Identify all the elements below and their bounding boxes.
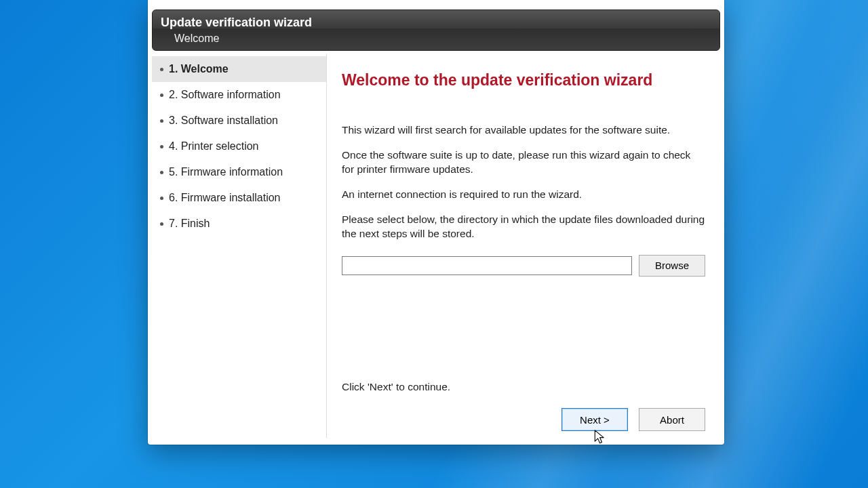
download-directory-row: Browse xyxy=(342,255,705,277)
continue-hint: Click 'Next' to continue. xyxy=(342,380,705,394)
wizard-footer: Next > Abort xyxy=(342,408,705,431)
browse-button[interactable]: Browse xyxy=(639,255,705,277)
step-4-printer-selection[interactable]: 4. Printer selection xyxy=(152,134,326,159)
wizard-body: 1. Welcome 2. Software information 3. So… xyxy=(152,54,720,438)
bullet-icon xyxy=(160,171,163,174)
bullet-icon xyxy=(160,68,163,71)
intro-paragraph-1: This wizard will first search for availa… xyxy=(342,123,705,138)
step-7-finish[interactable]: 7. Finish xyxy=(152,211,326,237)
download-directory-input[interactable] xyxy=(342,256,632,275)
step-label: 3. Software installation xyxy=(169,115,278,127)
step-2-software-information[interactable]: 2. Software information xyxy=(152,82,326,108)
wizard-subtitle: Welcome xyxy=(159,33,713,45)
bullet-icon xyxy=(160,197,163,200)
bullet-icon xyxy=(160,94,163,97)
window-top-strip xyxy=(152,4,720,9)
step-label: 2. Software information xyxy=(169,89,281,101)
wizard-titlebar: Update verification wizard Welcome xyxy=(152,9,720,51)
page-heading: Welcome to the update verification wizar… xyxy=(342,71,705,89)
step-3-software-installation[interactable]: 3. Software installation xyxy=(152,108,326,134)
bullet-icon xyxy=(160,222,163,226)
intro-paragraph-2: Once the software suite is up to date, p… xyxy=(342,148,705,177)
wizard-main-panel: Welcome to the update verification wizar… xyxy=(327,54,720,438)
step-label: 7. Finish xyxy=(169,218,210,230)
step-5-firmware-information[interactable]: 5. Firmware information xyxy=(152,159,326,185)
intro-paragraph-4: Please select below, the directory in wh… xyxy=(342,213,705,241)
step-label: 5. Firmware information xyxy=(169,166,283,178)
wizard-steps-sidebar: 1. Welcome 2. Software information 3. So… xyxy=(152,54,327,438)
step-label: 4. Printer selection xyxy=(169,140,259,152)
step-label: 6. Firmware installation xyxy=(169,192,281,204)
abort-button[interactable]: Abort xyxy=(639,408,705,431)
next-button[interactable]: Next > xyxy=(561,408,628,431)
bullet-icon xyxy=(160,119,163,123)
wizard-window: Update verification wizard Welcome 1. We… xyxy=(148,0,724,445)
step-label: 1. Welcome xyxy=(169,63,229,75)
bullet-icon xyxy=(160,145,163,148)
intro-paragraph-3: An internet connection is required to ru… xyxy=(342,188,705,202)
wizard-title: Update verification wizard xyxy=(159,14,713,33)
step-1-welcome[interactable]: 1. Welcome xyxy=(152,56,326,82)
step-6-firmware-installation[interactable]: 6. Firmware installation xyxy=(152,185,326,211)
